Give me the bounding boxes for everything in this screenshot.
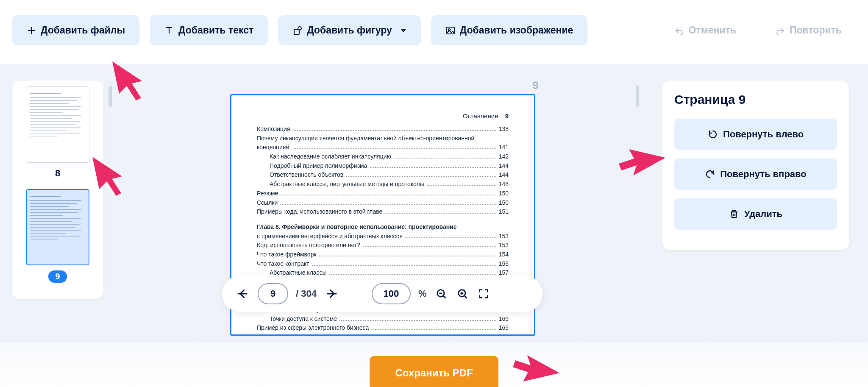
rotate-right-icon xyxy=(705,169,715,179)
undo-icon xyxy=(674,25,684,36)
add-image-button[interactable]: Добавить изображение xyxy=(431,15,588,45)
properties-title: Страница 9 xyxy=(674,92,837,107)
save-pdf-button[interactable]: Сохранить PDF xyxy=(370,356,498,387)
thumbnail-image-selected xyxy=(26,189,89,265)
toc-row: Бизнес-задача169 xyxy=(257,333,509,336)
chevron-down-icon xyxy=(401,29,406,32)
thumbnail-label: 8 xyxy=(55,168,60,179)
toc-row: Примеры кода, использованного в этой гла… xyxy=(257,207,509,217)
undo-label: Отменить xyxy=(689,25,736,36)
thumbnail-label-selected: 9 xyxy=(48,270,67,283)
page-total: / 304 xyxy=(296,288,317,299)
zoom-out-button[interactable] xyxy=(434,287,448,301)
add-files-button[interactable]: Добавить файлы xyxy=(12,15,139,45)
rotate-left-icon xyxy=(708,129,718,139)
undo-button[interactable]: Отменить xyxy=(660,15,751,45)
add-image-label: Добавить изображение xyxy=(460,25,573,36)
rotate-left-label: Повернуть влево xyxy=(723,129,804,140)
next-page-button[interactable] xyxy=(324,286,339,301)
toc-row: Ответственность объектов144 xyxy=(257,170,509,180)
save-bar: Сохранить PDF xyxy=(0,343,868,387)
add-shape-button[interactable]: Добавить фигуру xyxy=(278,15,421,45)
floating-page-number: 9 xyxy=(533,79,539,92)
properties-panel: Страница 9 Повернуть влево Повернуть впр… xyxy=(662,81,849,250)
add-text-button[interactable]: Добавить текст xyxy=(150,15,268,45)
rotate-left-button[interactable]: Повернуть влево xyxy=(674,119,837,150)
thumbnail-8[interactable]: 8 xyxy=(18,86,97,179)
prev-page-button[interactable] xyxy=(235,286,250,301)
add-files-label: Добавить файлы xyxy=(41,25,125,36)
delete-page-label: Удалить xyxy=(744,209,782,220)
zoom-input[interactable] xyxy=(372,283,411,304)
thumbnails-panel: 8 9 xyxy=(12,81,103,299)
toc-row: Код: использовать повторно или нет?153 xyxy=(257,241,509,250)
right-panel-handle[interactable] xyxy=(636,86,639,107)
toc-row: Абстрактные классы, виртуальные методы и… xyxy=(257,180,509,189)
toc-row: Ссылки150 xyxy=(257,198,509,208)
add-shape-label: Добавить фигуру xyxy=(307,25,392,36)
page-controls: / 304 % xyxy=(222,276,542,312)
toc-row: Резюме150 xyxy=(257,189,509,198)
redo-button[interactable]: Повторить xyxy=(761,15,856,45)
page-header: Оглавление 9 xyxy=(257,112,509,120)
delete-page-button[interactable]: Удалить xyxy=(674,198,837,230)
page-header-label: Оглавление xyxy=(463,112,498,120)
workspace: 8 9 9 Оглавление 9 xyxy=(0,64,868,387)
toc-row: Точки доступа к системе169 xyxy=(257,315,509,324)
text-icon xyxy=(164,25,174,36)
toc-row: Что такое контракт156 xyxy=(257,259,509,269)
trash-icon xyxy=(729,209,739,219)
svg-rect-2 xyxy=(447,27,454,34)
toc-row: Пример из сферы электронного бизнеса169 xyxy=(257,323,509,333)
redo-icon xyxy=(775,25,785,36)
zoom-in-button[interactable] xyxy=(456,287,469,301)
toolbar: Добавить файлы Добавить текст Добавить ф… xyxy=(0,0,868,57)
left-panel-handle[interactable] xyxy=(108,86,112,107)
page-number-input[interactable] xyxy=(258,283,288,304)
fullscreen-button[interactable] xyxy=(477,287,490,301)
plus-icon xyxy=(26,25,36,36)
thumbnail-9[interactable]: 9 xyxy=(18,189,97,283)
add-text-label: Добавить текст xyxy=(178,25,253,36)
thumbnail-image xyxy=(26,86,89,163)
toc-row: Как наследование ослабляет инкапсуляцию1… xyxy=(257,152,509,161)
toc-row: Композиция138 xyxy=(257,125,509,134)
shape-icon xyxy=(292,25,303,36)
page-header-number: 9 xyxy=(505,112,509,120)
toc-row: Что такое фреймворк154 xyxy=(257,250,509,259)
rotate-right-label: Повернуть вправо xyxy=(720,169,807,180)
image-icon xyxy=(445,25,456,36)
redo-label: Повторить xyxy=(790,25,842,36)
zoom-unit: % xyxy=(418,288,427,299)
toc-row: Подробный пример полиморфизма144 xyxy=(257,161,509,171)
save-pdf-label: Сохранить PDF xyxy=(395,367,473,379)
rotate-right-button[interactable]: Повернуть вправо xyxy=(674,159,837,190)
